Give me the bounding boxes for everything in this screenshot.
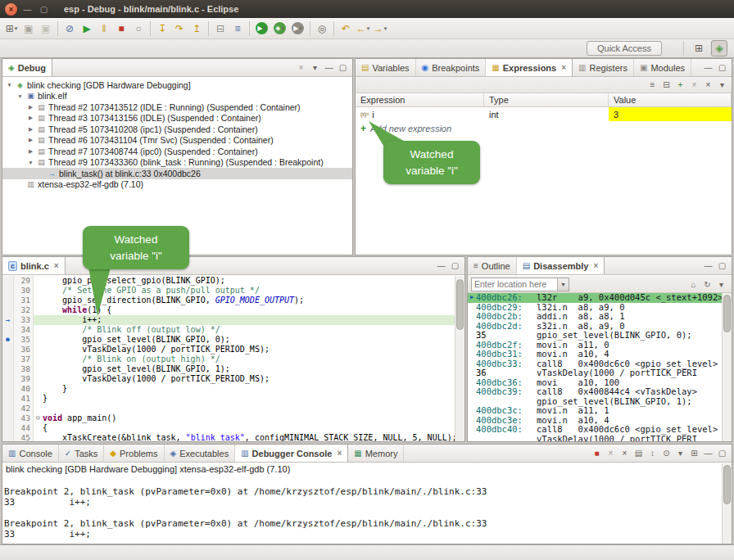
memory-icon[interactable]: ▦ [354, 449, 361, 458]
editor-line[interactable]: 38 gpio_set_level(BLINK_GPIO, 1); [2, 364, 455, 374]
editor-line[interactable]: 40 } [2, 384, 455, 394]
expressions-tab-breakpoints[interactable]: ◉Breakpoints [416, 59, 487, 76]
step-into-icon[interactable]: ↧ [154, 20, 170, 37]
search-icon[interactable]: ◎ [314, 20, 330, 37]
terminate-icon[interactable]: ■ [113, 20, 129, 37]
editor-line[interactable]: 45 xTaskCreate(&blink_task, "blink_task"… [2, 433, 455, 441]
scrollbar-thumb[interactable] [723, 465, 731, 504]
registers-icon[interactable]: ▥ [578, 63, 586, 72]
close-icon[interactable]: × [561, 63, 566, 72]
step-return-icon[interactable]: ↥ [188, 20, 205, 37]
console-tab-executables[interactable]: ◈Executables [165, 445, 236, 462]
expression-row[interactable]: (x)=iint3 [356, 107, 732, 121]
forward-icon[interactable]: →▾ [372, 20, 388, 37]
editor-line[interactable]: 37 /* Blink on (output high) */ [2, 355, 455, 364]
expressions-tab-expressions[interactable]: ▦Expressions× [486, 59, 573, 76]
window-maximize-button[interactable]: ▢ [38, 3, 50, 16]
debug-tree-item[interactable]: ▥xtensa-esp32-elf-gdb (7.10) [2, 179, 352, 191]
disassembly-tab-outline[interactable]: ≡Outline [468, 257, 517, 274]
minimize-icon[interactable]: — [701, 61, 715, 75]
remove-all-terminated-icon[interactable]: × [294, 61, 308, 75]
scrollbar-thumb[interactable] [456, 279, 464, 330]
window-close-button[interactable]: × [5, 3, 17, 16]
console-tab-tasks[interactable]: ✓Tasks [59, 445, 105, 462]
scroll-lock-icon[interactable]: ↕ [646, 446, 659, 460]
disconnect-icon[interactable]: ○ [130, 20, 147, 37]
editor-line[interactable]: 32 while(1) { [2, 305, 455, 315]
remove-all-expressions-icon[interactable]: × [701, 78, 715, 92]
expander-right-icon[interactable]: ▶ [27, 137, 34, 143]
minimize-icon[interactable]: — [701, 446, 715, 460]
add-expression-row[interactable]: + Add new expression [356, 121, 732, 135]
disassembly-listing[interactable]: ▶400dbc26:l32r a9, 0x400d045c <_stext+10… [468, 293, 722, 441]
minimize-icon[interactable]: — [434, 259, 448, 273]
editor-tab-blink-c[interactable]: c blink.c × [2, 257, 66, 274]
run-icon[interactable]: ▶▾ [256, 22, 268, 34]
suspend-icon[interactable]: ‖ [96, 20, 112, 37]
maximize-icon[interactable]: ▢ [715, 61, 729, 75]
close-icon[interactable]: × [593, 261, 598, 270]
minimize-icon[interactable]: — [322, 61, 336, 75]
remove-launch-icon[interactable]: × [604, 446, 618, 460]
console-scrollbar[interactable] [722, 463, 732, 544]
disassembly-line[interactable]: vTaskDelay(1000 / portTICK_PERI [468, 435, 722, 442]
disassembly-line[interactable]: 400dbc31:movi.n a10, 4 [468, 350, 722, 359]
editor-line[interactable]: 31 gpio_set_direction(BLINK_GPIO, GPIO_M… [2, 296, 455, 305]
column-header-value[interactable]: Value [609, 93, 732, 106]
open-perspective-icon[interactable]: ⊞ [691, 40, 707, 56]
remove-all-launches-icon[interactable]: × [618, 446, 632, 460]
expressions-tab-variables[interactable]: ▤Variables [356, 59, 416, 76]
display-console-menu-icon[interactable]: ▾ [673, 446, 687, 460]
disassembly-icon[interactable]: ▤ [523, 261, 530, 270]
disassembly-line[interactable]: ▶400dbc26:l32r a9, 0x400d045c <_stext+10… [468, 293, 722, 303]
editor-line[interactable]: 34 /* Blink off (output low) */ [2, 325, 455, 335]
disassembly-line[interactable]: 35gpio_set_level(BLINK_GPIO, 0); [468, 331, 722, 341]
debug-tree-item[interactable]: ▶▤Thread #3 1073413156 (IDLE) (Suspended… [2, 113, 352, 124]
console-tab-console[interactable]: ▥Console [2, 445, 59, 462]
expressions-tab-modules[interactable]: ▣Modules [634, 59, 691, 76]
resume-icon[interactable]: ▶ [79, 20, 95, 37]
remove-expression-icon[interactable]: × [687, 78, 701, 92]
debug-tree-item[interactable]: →blink_task() at blink.c:33 0x400dbc26 [2, 168, 352, 179]
editor-line[interactable]: 41} [2, 394, 455, 404]
console-tab-problems[interactable]: ◆Problems [104, 445, 164, 462]
expander-down-icon[interactable]: ▼ [27, 160, 34, 165]
scrollbar-thumb[interactable] [723, 295, 731, 332]
instruction-stepping-icon[interactable]: ≡ [229, 20, 246, 37]
disassembly-line[interactable]: 36vTaskDelay(1000 / portTICK_PERI [468, 368, 722, 378]
home-icon[interactable]: ⌂ [686, 278, 700, 291]
window-minimize-button[interactable]: — [21, 3, 34, 16]
column-header-type[interactable]: Type [484, 93, 609, 106]
minimize-icon[interactable]: — [701, 259, 715, 273]
editor-line[interactable]: 39 vTaskDelay(1000 / portTICK_PERIOD_MS)… [2, 374, 455, 384]
show-type-names-icon[interactable]: ≡ [646, 78, 659, 92]
debug-tree-item[interactable]: ▼◈blink checking [GDB Hardware Debugging… [2, 79, 352, 91]
editor-scrollbar[interactable] [455, 276, 464, 441]
close-icon[interactable]: × [337, 449, 342, 458]
editor-line[interactable]: ●35 gpio_set_level(BLINK_GPIO, 0); [2, 335, 455, 345]
code-editor[interactable]: 29 gpio_pad_select_gpio(BLINK_GPIO);30 /… [2, 276, 455, 441]
debug-tree-item[interactable]: ▼▤Thread #9 1073433360 (blink_task : Run… [2, 157, 352, 169]
debug-tree-item[interactable]: ▶▤Thread #6 1073431104 (Tmr Svc) (Suspen… [2, 135, 352, 147]
pin-console-icon[interactable]: ⊙ [659, 446, 673, 460]
disassembly-line[interactable]: 400dbc39:call8 0x400844c4 <vTaskDelay> [468, 387, 722, 397]
console-output[interactable]: Breakpoint 2, blink_task (pvParameter=0x… [2, 476, 722, 544]
expander-down-icon[interactable]: ▼ [16, 93, 24, 99]
expressions-view-menu-icon[interactable]: ▾ [715, 78, 729, 92]
debug-tree-item[interactable]: ▶▤Thread #7 1073408744 (ipc0) (Suspended… [2, 146, 352, 157]
tasks-icon[interactable]: ✓ [65, 449, 71, 458]
fold-collapse-icon[interactable]: ⊖ [34, 413, 43, 423]
quick-access-button[interactable]: Quick Access [587, 41, 662, 56]
back-icon[interactable]: ←▾ [355, 20, 371, 37]
maximize-icon[interactable]: ▢ [336, 61, 350, 75]
variables-icon[interactable]: ▤ [361, 63, 369, 72]
clear-console-icon[interactable]: ▤ [632, 446, 646, 460]
debug-icon[interactable]: ◈▾ [274, 22, 286, 34]
editor-line[interactable]: 36 vTaskDelay(1000 / portTICK_PERIOD_MS)… [2, 345, 455, 355]
breakpoints-icon[interactable]: ◉ [422, 63, 429, 72]
debug-perspective-icon[interactable]: ◈ [711, 40, 727, 56]
close-icon[interactable]: × [54, 261, 59, 270]
disassembly-line[interactable]: 400dbc40:call8 0x400dc6c0 <gpio_set_leve… [468, 425, 722, 435]
expressions-tab-registers[interactable]: ▥Registers [573, 59, 634, 76]
debug-tree-item[interactable]: ▼▣blink.elf [2, 91, 352, 102]
